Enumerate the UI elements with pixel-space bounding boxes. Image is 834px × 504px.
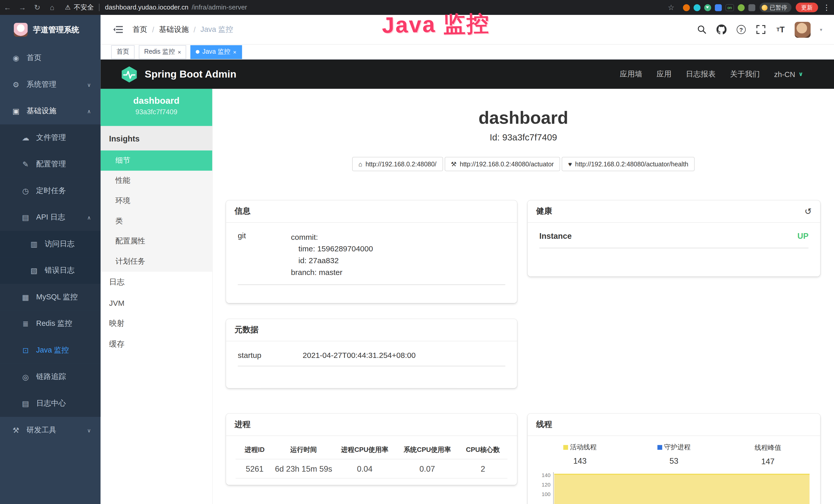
sba-menu-config-props[interactable]: 配置属性 <box>101 231 212 252</box>
sidebar-item-log-center[interactable]: ▤ 日志中心 <box>0 390 101 417</box>
help-icon[interactable]: ? <box>736 24 746 35</box>
history-icon[interactable]: ↺ <box>805 206 812 216</box>
extension-icon[interactable] <box>683 4 690 11</box>
sidebar-item-file-management[interactable]: ☁ 文件管理 <box>0 124 101 151</box>
sba-menu-section-insights[interactable]: Insights <box>101 126 212 151</box>
info-value: commit: time: 1596289704000 id: 27aa832 … <box>291 231 505 278</box>
instance-url-button[interactable]: ⌂ http://192.168.0.2:48080/ <box>352 157 443 171</box>
edit-icon: ✎ <box>21 160 30 168</box>
sidebar-item-infrastructure[interactable]: ▣ 基础设施 ∧ <box>0 98 101 124</box>
sba-locale-select[interactable]: zh-CN ∨ <box>774 70 803 78</box>
forward-icon[interactable]: → <box>15 3 30 12</box>
sba-nav-about[interactable]: 关于我们 <box>730 69 760 79</box>
user-avatar[interactable] <box>795 22 811 38</box>
sidebar-item-scheduled-tasks[interactable]: ◷ 定时任务 <box>0 178 101 204</box>
sba-instance-header[interactable]: dashboard 93a3fc7f7409 <box>101 89 212 126</box>
emoji-face-icon <box>762 5 767 10</box>
sba-menu-mappings[interactable]: 映射 <box>101 313 212 334</box>
paused-badge[interactable]: 已暂停 <box>760 3 791 12</box>
sba-menu-jvm[interactable]: JVM <box>101 293 212 313</box>
health-instance-row[interactable]: Instance UP <box>540 231 809 248</box>
sidebar-item-system-management[interactable]: ⚙ 系统管理 ∨ <box>0 71 101 98</box>
vue-devtools-extension-icon[interactable] <box>704 4 711 11</box>
sba-menu-environment[interactable]: 环境 <box>101 191 212 211</box>
avatar-caret-icon[interactable]: ▾ <box>820 27 822 32</box>
sidebar-item-java-monitor[interactable]: ⊡ Java 监控 <box>0 337 101 364</box>
instance-title: dashboard <box>213 108 834 128</box>
sba-nav-applications[interactable]: 应用 <box>657 69 672 79</box>
sba-submenu: 细节 性能 环境 类 配置属性 计划任务 <box>101 151 212 272</box>
bookmark-star-icon[interactable]: ☆ <box>664 3 679 12</box>
browser-menu-icon[interactable]: ⋮ <box>819 3 834 12</box>
git-commit-line: commit: <box>291 231 505 243</box>
sidebar-item-label: 链路追踪 <box>36 372 66 382</box>
sidebar-item-label: Redis 监控 <box>36 319 72 328</box>
legend-value: 143 <box>533 456 627 465</box>
sba-menu-details[interactable]: 细节 <box>101 151 212 171</box>
sidebar-menu: ◉ 首页 ⚙ 系统管理 ∨ ▣ 基础设施 ∧ ☁ 文件管理 ✎ 配置管理 <box>0 45 101 443</box>
back-icon[interactable]: ← <box>0 3 15 12</box>
sidebar-item-access-logs[interactable]: ▥ 访问日志 <box>0 231 101 257</box>
breadcrumb-item[interactable]: 首页 <box>133 25 148 34</box>
threads-legend: 活动线程 143 守护进程 53 线程峰值 147 <box>528 436 820 466</box>
extension-icon[interactable] <box>715 4 722 11</box>
legend-swatch-yellow <box>563 445 568 450</box>
health-card-title: 健康 <box>536 206 552 216</box>
sba-nav-journal[interactable]: 日志报表 <box>686 69 716 79</box>
eye-icon: ◎ <box>21 373 30 381</box>
tag-java-monitor[interactable]: Java 监控 × <box>191 45 242 59</box>
screen: ← → ↻ ⌂ ⚠ 不安全 dashboard.yudao.iocoder.cn… <box>0 0 834 504</box>
database-icon: ▦ <box>21 293 30 301</box>
sidebar-item-home[interactable]: ◉ 首页 <box>0 45 101 71</box>
sidebar-item-label: 定时任务 <box>36 186 66 196</box>
health-url-button[interactable]: ♥ http://192.168.0.2:48080/actuator/heal… <box>562 157 695 171</box>
sidebar-item-dev-tools[interactable]: ⚒ 研发工具 ∨ <box>0 417 101 444</box>
sba-brand[interactable]: Spring Boot Admin <box>101 65 236 83</box>
info-card-title: 信息 <box>226 201 517 223</box>
home-icon[interactable]: ⌂ <box>45 3 60 12</box>
close-icon[interactable]: × <box>178 48 181 55</box>
tag-home[interactable]: 首页 <box>111 45 135 59</box>
breadcrumb: 首页 / 基础设施 / Java 监控 <box>133 25 233 34</box>
legend-peak-threads: 线程峰值 147 <box>721 442 815 466</box>
sba-menu-classes[interactable]: 类 <box>101 211 212 231</box>
update-button[interactable]: 更新 <box>796 3 818 12</box>
legend-label: 守护进程 <box>664 443 691 452</box>
actuator-url-button[interactable]: ⚒ http://192.168.0.2:48080/actuator <box>444 157 560 171</box>
sidebar-toggle-icon[interactable] <box>113 25 123 33</box>
app-logo[interactable]: 芋道管理系统 <box>0 15 101 45</box>
cloud-icon: ☁ <box>21 134 30 142</box>
column-header: 运行时间 <box>273 445 333 455</box>
sidebar-item-label: 系统管理 <box>27 80 57 89</box>
paused-label: 已暂停 <box>770 3 787 11</box>
sidebar-item-link-tracing[interactable]: ◎ 链路追踪 <box>0 364 101 390</box>
sba-menu-scheduled-tasks[interactable]: 计划任务 <box>101 251 212 272</box>
sba-menu-logs[interactable]: 日志 <box>101 272 212 293</box>
sba-nav-wallboard[interactable]: 应用墙 <box>620 69 642 79</box>
extension-icon[interactable] <box>694 4 700 11</box>
breadcrumb-item[interactable]: 基础设施 <box>159 25 189 34</box>
search-icon[interactable] <box>697 24 707 35</box>
sidebar-item-mysql-monitor[interactable]: ▦ MySQL 监控 <box>0 284 101 311</box>
sba-menu-metrics[interactable]: 性能 <box>101 171 212 191</box>
process-card: 进程 进程ID 运行时间 进程CPU使用率 系统CPU使用率 CPU核心数 52… <box>226 414 517 485</box>
github-icon[interactable] <box>716 24 727 35</box>
chart-plot-area <box>553 472 814 504</box>
close-icon[interactable]: × <box>233 48 236 55</box>
tag-redis-monitor[interactable]: Redis 监控 × <box>139 45 186 59</box>
sidebar-item-config-management[interactable]: ✎ 配置管理 <box>0 151 101 178</box>
extension-icon[interactable] <box>748 4 755 11</box>
live-threads-area <box>554 474 810 504</box>
address-bar[interactable]: ⚠ 不安全 dashboard.yudao.iocoder.cn/infra/a… <box>65 3 664 12</box>
reload-icon[interactable]: ↻ <box>30 3 45 12</box>
fullscreen-icon[interactable] <box>756 24 766 35</box>
chevron-down-icon: ∨ <box>798 71 803 77</box>
sidebar-item-api-logs[interactable]: ▤ API 日志 ∧ <box>0 204 101 231</box>
app-sidebar: 芋道管理系统 ◉ 首页 ⚙ 系统管理 ∨ ▣ 基础设施 ∧ ☁ 文件管理 ✎ <box>0 15 101 504</box>
sidebar-item-redis-monitor[interactable]: ≣ Redis 监控 <box>0 311 101 337</box>
extension-on-badge[interactable]: on <box>725 4 734 11</box>
font-size-icon[interactable]: TT <box>775 24 786 35</box>
extension-icon[interactable] <box>738 4 745 11</box>
sidebar-item-error-logs[interactable]: ▧ 错误日志 <box>0 257 101 284</box>
sba-menu-caches[interactable]: 缓存 <box>101 334 212 354</box>
